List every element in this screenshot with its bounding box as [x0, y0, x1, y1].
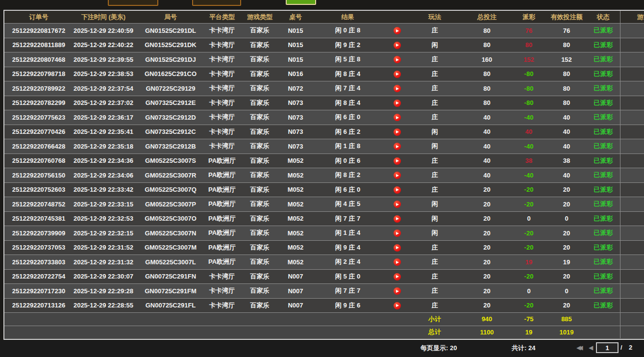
prev-page-icon[interactable]: ◀: [589, 344, 593, 351]
cell-order-id: 251229220737053: [4, 240, 73, 255]
play-video-icon[interactable]: [394, 85, 401, 92]
play-video-icon[interactable]: [394, 215, 401, 223]
cell-bet-time: 2025-12-29 22:28:55: [73, 298, 134, 313]
cell-bet-time: 2025-12-29 22:29:28: [73, 284, 134, 299]
play-video-icon[interactable]: [394, 172, 401, 179]
play-video-icon[interactable]: [394, 287, 401, 295]
play-triangle: [396, 304, 399, 307]
cell-platform: PA欧洲厅: [207, 197, 237, 212]
play-video-icon[interactable]: [394, 100, 401, 107]
cell-payout: 0: [511, 284, 546, 299]
cell-table-no: M052: [283, 226, 308, 241]
cell-status: 已派彩: [587, 67, 620, 81]
play-cell: [387, 139, 407, 154]
cell-order-id: 251229220722754: [4, 269, 73, 284]
empty-cell: [4, 313, 73, 326]
cell-status: 已派彩: [587, 81, 620, 96]
col-header-total_bet: 总投注: [463, 11, 511, 24]
cell-platform: PA欧洲厅: [207, 226, 237, 241]
table-row: 2512292207822992025-12-29 22:37:02GN0732…: [4, 96, 644, 110]
cell-platform: 卡卡湾厅: [207, 38, 237, 52]
cell-result: 闲 1 庄 4: [308, 226, 387, 241]
grand-total-row: 总计1100191019: [4, 326, 644, 338]
col-header-order_id: 订单号: [4, 11, 73, 24]
play-video-icon[interactable]: [394, 244, 401, 252]
cell-bet-side: 庄: [407, 298, 463, 313]
cell-result: 闲 8 庄 4: [308, 96, 387, 110]
cell-round-id: GN07325C2912C: [134, 125, 207, 139]
play-triangle: [396, 203, 399, 206]
cell-valid-bet: 20: [546, 182, 587, 197]
cell-order-id: 251229220775623: [4, 110, 73, 125]
cell-game-type: 百家乐: [237, 284, 283, 299]
cell-round-id: GN00725C291FL: [134, 298, 207, 313]
cell-game-cut: [620, 139, 644, 154]
play-video-icon[interactable]: [394, 42, 401, 49]
cell-round-id: GM05225C3007P: [134, 197, 207, 212]
cell-status: 已派彩: [587, 110, 620, 125]
cell-result: 闲 1 庄 8: [308, 139, 387, 154]
cell-game-type: 百家乐: [237, 226, 283, 241]
cell-round-id: GN07225C29129: [134, 81, 207, 96]
play-video-icon[interactable]: [394, 27, 401, 34]
cell-round-id: GM05225C3007Q: [134, 182, 207, 197]
cell-bet-side: 庄: [407, 284, 463, 299]
play-video-icon[interactable]: [394, 157, 401, 165]
play-triangle: [396, 246, 399, 249]
play-video-icon[interactable]: [394, 273, 401, 280]
play-video-icon[interactable]: [394, 186, 401, 194]
bet-records-table: 订单号下注时间 (美东)局号平台类型游戏类型桌号结果玩法总投注派彩有效投注额状态…: [4, 11, 644, 338]
cell-bet-side: 闲: [407, 211, 463, 226]
first-page-icon[interactable]: ◀◀: [576, 344, 580, 351]
play-triangle: [396, 29, 399, 32]
cell-order-id: 251229220756150: [4, 168, 73, 183]
page-number-input[interactable]: [596, 342, 619, 353]
cell-valid-bet: 40: [546, 125, 587, 139]
table-row: 2512292207370532025-12-29 22:31:52GM0522…: [4, 240, 644, 255]
cell-bet-time: 2025-12-29 22:40:22: [73, 38, 134, 52]
empty-cell: [237, 326, 283, 338]
top-tab-button-2[interactable]: [192, 0, 241, 6]
cell-bet-time: 2025-12-29 22:38:53: [73, 67, 134, 81]
cell-payout: -80: [511, 67, 546, 81]
cell-game-type: 百家乐: [237, 153, 283, 168]
play-video-icon[interactable]: [394, 230, 401, 237]
cell-total-bet: 20: [463, 226, 511, 241]
table-header-row: 订单号下注时间 (美东)局号平台类型游戏类型桌号结果玩法总投注派彩有效投注额状态…: [4, 11, 644, 24]
cell-valid-bet: 19: [546, 255, 587, 270]
cell-platform: 卡卡湾厅: [207, 24, 237, 38]
play-video-icon[interactable]: [394, 56, 401, 63]
cell-valid-bet: 80: [546, 81, 587, 96]
play-cell: [387, 168, 407, 183]
cell-platform: PA欧洲厅: [207, 168, 237, 183]
cell-order-id: 251229220733803: [4, 255, 73, 270]
cell-platform: PA欧洲厅: [207, 153, 237, 168]
cell-game-cut: [620, 24, 644, 38]
play-video-icon[interactable]: [394, 258, 401, 266]
play-video-icon[interactable]: [394, 302, 401, 309]
play-triangle: [396, 290, 399, 293]
cell-platform: 卡卡湾厅: [207, 269, 237, 284]
top-tab-button-active[interactable]: [286, 0, 316, 5]
table-row: 2512292207664282025-12-29 22:35:18GN0732…: [4, 139, 644, 154]
table-row: 2512292207399092025-12-29 22:32:15GM0522…: [4, 226, 644, 241]
cell-result: 闲 8 庄 2: [308, 168, 387, 183]
play-video-icon[interactable]: [394, 201, 401, 208]
top-tab-button-1[interactable]: [108, 0, 158, 6]
cell-result: 闲 6 庄 0: [308, 182, 387, 197]
play-video-icon[interactable]: [394, 128, 401, 136]
empty-cell: [620, 326, 644, 338]
cell-total-bet: 80: [463, 24, 511, 38]
cell-status: 已派彩: [587, 298, 620, 313]
cell-payout: 19: [511, 255, 546, 270]
cell-valid-bet: 40: [546, 110, 587, 125]
play-video-icon[interactable]: [394, 114, 401, 121]
cell-table-no: N007: [283, 284, 308, 299]
play-video-icon[interactable]: [394, 143, 401, 150]
play-video-icon[interactable]: [394, 71, 401, 78]
cell-game-type: 百家乐: [237, 96, 283, 110]
cell-game-cut: [620, 153, 644, 168]
empty-cell: [134, 313, 207, 326]
cell-round-id: GN01525C291DJ: [134, 52, 207, 67]
cell-bet-side: 庄: [407, 24, 463, 38]
